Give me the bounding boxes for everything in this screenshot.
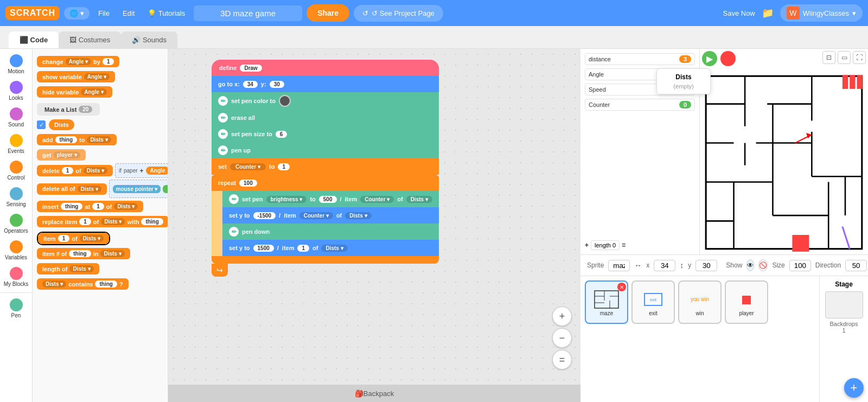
block-goto-xy[interactable]: go to x: 34 y: 30 xyxy=(212,76,439,92)
sprite-name-input[interactable] xyxy=(608,260,630,271)
sprite-name-player: player xyxy=(739,310,754,316)
stop-button[interactable] xyxy=(720,51,736,66)
y-label: y xyxy=(688,261,691,269)
show-button[interactable]: 👁 xyxy=(746,259,754,271)
block-pen-up[interactable]: ✏ pen up xyxy=(212,142,439,158)
block-hide-variable[interactable]: hide variable Angle ▾ xyxy=(37,85,163,99)
scratch-logo[interactable]: SCRATCH xyxy=(5,6,60,20)
sprite-thumb-maze[interactable]: ✕ maze xyxy=(585,280,628,324)
show-label: Show xyxy=(726,261,742,269)
sidebar-item-sensing[interactable]: Sensing xyxy=(0,184,32,210)
see-project-button[interactable]: ↺ ↺ See Project Page xyxy=(354,5,443,22)
backpack-bar[interactable]: 🎒 Backpack xyxy=(168,385,580,402)
svg-rect-24 xyxy=(843,75,848,89)
var-distance-label: distance xyxy=(589,56,679,62)
block-set-brightness[interactable]: ✏ set pen brightness ▾ to 500 / item Cou… xyxy=(222,191,439,207)
refresh-icon: ↺ xyxy=(362,9,368,17)
tutorials-menu[interactable]: 💡 Tutorials xyxy=(143,7,189,20)
sidebar-item-myblocks[interactable]: My Blocks xyxy=(0,264,32,290)
normal-stage-button[interactable]: ▭ xyxy=(838,51,851,64)
pen-icon2: ✏ xyxy=(218,113,228,123)
tab-sounds[interactable]: 🔊 Sounds xyxy=(121,31,177,48)
sprite-delete-maze[interactable]: ✕ xyxy=(617,283,626,291)
sidebar-item-looks[interactable]: Looks xyxy=(0,78,32,104)
share-button[interactable]: Share xyxy=(307,4,349,22)
folder-icon[interactable]: 📁 xyxy=(762,7,774,19)
block-get-player[interactable]: get player ▾ xyxy=(37,148,163,162)
sidebar-item-variables[interactable]: Variables xyxy=(0,237,32,264)
sidebar-item-operators[interactable]: Operators xyxy=(0,210,32,237)
block-change-angle[interactable]: change Angle ▾ by 1 xyxy=(37,55,163,68)
edit-menu[interactable]: Edit xyxy=(118,7,139,20)
sidebar-item-pen[interactable]: Pen xyxy=(0,295,32,322)
username-label: WiingyClasses xyxy=(803,9,849,17)
size-input[interactable] xyxy=(789,260,811,271)
control-dot xyxy=(10,161,23,174)
small-stage-button[interactable]: ⊡ xyxy=(822,51,835,64)
looks-dot xyxy=(10,81,23,94)
block-set-pen-size[interactable]: ✏ set pen size to 6 xyxy=(212,126,439,142)
block-length[interactable]: length of Dists ▾ xyxy=(37,262,163,276)
sprite-name-exit: exit xyxy=(649,310,658,316)
block-item-highlight[interactable]: item 1 of Dists ▾ xyxy=(37,232,110,245)
zoom-in-button[interactable]: + xyxy=(552,307,572,326)
block-dists-checkbox[interactable]: ✓ Dists xyxy=(37,118,163,131)
block-insert[interactable]: insert thing at 1 of Dists ▾ xyxy=(37,200,163,213)
y-arrow-icon: ↕ xyxy=(680,261,684,270)
svg-rect-27 xyxy=(595,291,618,308)
sprite-thumb-win[interactable]: you win win xyxy=(678,280,722,324)
globe-icon: 🌐 xyxy=(69,9,78,17)
direction-label: Direction xyxy=(815,261,841,269)
block-repeat: repeat 100 ✏ set pen brightness ▾ to 500… xyxy=(212,175,439,264)
sidebar-item-sound[interactable]: Sound xyxy=(0,104,32,131)
block-set-y-top[interactable]: set y to -1500 / item Counter ▾ of Dists… xyxy=(222,207,439,224)
zoom-reset-button[interactable]: = xyxy=(552,350,572,369)
svg-text:you win: you win xyxy=(691,296,709,302)
sprite-img-player xyxy=(733,289,760,310)
zoom-out-button[interactable]: − xyxy=(552,328,572,348)
backpack-label: Backpack xyxy=(363,390,394,398)
stage-mini-thumb[interactable] xyxy=(825,291,863,318)
block-contains[interactable]: Dists ▾ contains thing ? xyxy=(37,277,163,291)
stage-panel-label: Stage xyxy=(835,280,853,288)
green-flag-button[interactable]: ▶ xyxy=(702,51,717,66)
main-area: Motion Looks Sound Events Control Sensin… xyxy=(0,49,868,402)
hide-button[interactable]: 🚫 xyxy=(758,259,768,271)
sprite-thumb-exit[interactable]: exit exit xyxy=(631,280,675,324)
block-show-variable[interactable]: show variable Angle ▾ xyxy=(37,70,163,84)
direction-input[interactable] xyxy=(845,260,867,271)
block-erase-all[interactable]: ✏ erase all xyxy=(212,110,439,126)
project-title[interactable] xyxy=(194,5,302,21)
save-now-button[interactable]: Save Now xyxy=(723,9,755,17)
tab-costumes[interactable]: 🖼 Costumes xyxy=(59,31,121,48)
block-set-y-bottom[interactable]: set y to 1500 / item 1 of Dists ▾ xyxy=(222,240,439,256)
dists-check[interactable]: ✓ xyxy=(37,120,46,129)
sidebar-item-motion[interactable]: Motion xyxy=(0,51,32,78)
blocks-panel: change Angle ▾ by 1 show variable Angle … xyxy=(33,49,168,402)
user-badge[interactable]: W WiingyClasses ▾ xyxy=(780,4,863,22)
fullscreen-button[interactable]: ⛶ xyxy=(853,51,866,64)
block-make-list[interactable]: Make a List 20 xyxy=(37,102,163,117)
block-delete-all-row: delete all of Dists ▾ mouse pointer ▾ or… xyxy=(37,180,163,198)
block-pen-down[interactable]: ✏ pen down xyxy=(222,224,439,240)
divider xyxy=(0,292,32,293)
file-menu[interactable]: File xyxy=(94,7,114,20)
y-input[interactable] xyxy=(695,260,717,271)
sidebar-item-control[interactable]: Control xyxy=(0,157,32,184)
sidebar-item-events[interactable]: Events xyxy=(0,131,32,157)
block-set-counter[interactable]: set Counter ▾ to 1 xyxy=(212,158,439,175)
x-input[interactable] xyxy=(654,260,675,271)
tab-code[interactable]: ⬛ Code xyxy=(9,31,59,48)
sprite-name-maze: maze xyxy=(600,310,613,316)
color-picker[interactable] xyxy=(279,95,291,107)
block-repeat-header[interactable]: repeat 100 xyxy=(212,175,439,191)
language-button[interactable]: 🌐 ▾ xyxy=(64,7,90,20)
maze-area xyxy=(700,71,868,254)
block-add-thing[interactable]: add thing to Dists ▾ xyxy=(37,133,163,146)
block-item-number[interactable]: item # of thing in Dists ▾ xyxy=(37,247,163,260)
backpack-icon: 🎒 xyxy=(355,390,363,398)
stage-canvas: ▶ ⊡ ▭ ⛶ xyxy=(700,49,868,254)
block-set-pen-color[interactable]: ✏ set pen color to xyxy=(212,92,439,110)
sprite-thumb-player[interactable]: player xyxy=(725,280,768,324)
block-define-draw[interactable]: define Draw xyxy=(212,60,439,76)
